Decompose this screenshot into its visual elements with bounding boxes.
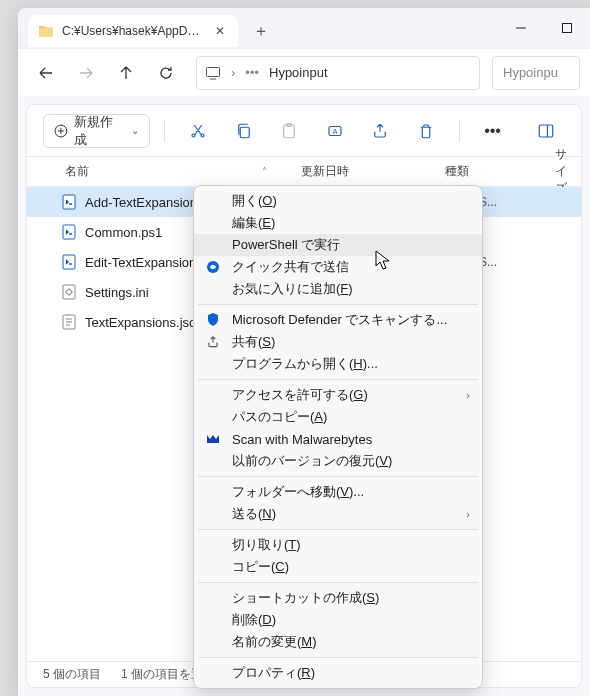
ctx-cut[interactable]: 切り取り(T)	[194, 534, 482, 556]
delete-button[interactable]	[407, 114, 445, 148]
refresh-button[interactable]	[148, 55, 184, 91]
svg-rect-12	[63, 285, 75, 299]
ctx-move-to-folder[interactable]: フォルダーへ移動(V)...	[194, 481, 482, 503]
separator	[198, 379, 478, 380]
paste-button[interactable]	[270, 114, 308, 148]
ctx-edit[interactable]: 編集(E)	[194, 212, 482, 234]
maximize-button[interactable]	[544, 8, 590, 48]
rename-button[interactable]: A	[316, 114, 354, 148]
divider	[164, 120, 165, 142]
ctx-quick-share[interactable]: クイック共有で送信	[194, 256, 482, 278]
forward-button[interactable]	[68, 55, 104, 91]
tab-active[interactable]: C:¥Users¥hasek¥AppData¥Roa ✕	[28, 15, 238, 47]
header-date[interactable]: 更新日時	[289, 163, 433, 180]
context-menu: 開く(O) 編集(E) PowerShell で実行 クイック共有で送信 お気に…	[193, 185, 483, 689]
sort-indicator-icon: ˄	[262, 166, 267, 177]
ctx-create-shortcut[interactable]: ショートカットの作成(S)	[194, 587, 482, 609]
monitor-icon	[205, 65, 221, 81]
toolbar: 新規作成 ⌄ A •••	[27, 105, 581, 157]
ctx-properties[interactable]: プロパティ(R)	[194, 662, 482, 684]
ctx-open[interactable]: 開く(O)	[194, 190, 482, 212]
chevron-right-icon: ›	[231, 65, 235, 80]
search-box[interactable]: Hypoinpu	[492, 56, 580, 90]
column-headers: 名前˄ 更新日時 種類 サイズ	[27, 157, 581, 187]
chevron-right-icon: ›	[466, 508, 470, 520]
ctx-grant-access[interactable]: アクセスを許可する(G)›	[194, 384, 482, 406]
back-button[interactable]	[28, 55, 64, 91]
ps1-file-icon	[61, 194, 77, 210]
ctx-delete[interactable]: 削除(D)	[194, 609, 482, 631]
navigation-bar: › ••• Hypoinput Hypoinpu	[18, 48, 590, 96]
ini-file-icon	[61, 284, 77, 300]
ellipsis-icon[interactable]: •••	[245, 65, 259, 80]
separator	[198, 657, 478, 658]
quick-share-icon	[204, 258, 222, 276]
separator	[198, 582, 478, 583]
svg-rect-8	[539, 125, 553, 137]
svg-rect-1	[207, 67, 220, 76]
svg-rect-3	[240, 127, 249, 138]
plus-circle-icon	[54, 124, 68, 138]
minimize-button[interactable]	[498, 8, 544, 48]
ctx-open-with[interactable]: プログラムから開く(H)...	[194, 353, 482, 375]
malwarebytes-icon	[204, 430, 222, 448]
new-tab-button[interactable]: ＋	[244, 15, 278, 47]
cut-button[interactable]	[179, 114, 217, 148]
share-button[interactable]	[362, 114, 400, 148]
divider	[459, 120, 460, 142]
svg-text:A: A	[332, 127, 337, 136]
copy-button[interactable]	[225, 114, 263, 148]
svg-rect-0	[563, 24, 572, 33]
folder-icon	[38, 23, 54, 39]
separator	[198, 304, 478, 305]
ctx-share[interactable]: 共有(S)	[194, 331, 482, 353]
ctx-copy[interactable]: コピー(C)	[194, 556, 482, 578]
separator	[198, 476, 478, 477]
ctx-rename[interactable]: 名前の変更(M)	[194, 631, 482, 653]
shield-icon	[204, 311, 222, 329]
ps1-file-icon	[61, 224, 77, 240]
close-tab-icon[interactable]: ✕	[212, 24, 228, 38]
header-name[interactable]: 名前˄	[27, 163, 289, 180]
separator	[198, 529, 478, 530]
title-bar: C:¥Users¥hasek¥AppData¥Roa ✕ ＋	[18, 8, 590, 48]
window-controls	[498, 8, 590, 48]
details-pane-button[interactable]	[527, 114, 565, 148]
tab-title: C:¥Users¥hasek¥AppData¥Roa	[62, 24, 204, 38]
more-button[interactable]: •••	[474, 114, 512, 148]
up-button[interactable]	[108, 55, 144, 91]
ps1-file-icon	[61, 254, 77, 270]
ctx-run-powershell[interactable]: PowerShell で実行	[194, 234, 482, 256]
ctx-restore-version[interactable]: 以前のバージョンの復元(V)	[194, 450, 482, 472]
json-file-icon	[61, 314, 77, 330]
ctx-scan-malwarebytes[interactable]: Scan with Malwarebytes	[194, 428, 482, 450]
share-icon	[204, 333, 222, 351]
chevron-right-icon: ›	[466, 389, 470, 401]
ctx-defender-scan[interactable]: Microsoft Defender でスキャンする...	[194, 309, 482, 331]
ctx-send-to[interactable]: 送る(N)›	[194, 503, 482, 525]
header-type[interactable]: 種類	[433, 163, 543, 180]
address-bar[interactable]: › ••• Hypoinput	[196, 56, 480, 90]
address-segment[interactable]: Hypoinput	[269, 65, 328, 80]
ctx-add-favorite[interactable]: お気に入りに追加(F)	[194, 278, 482, 300]
new-button[interactable]: 新規作成 ⌄	[43, 114, 150, 148]
ctx-copy-path[interactable]: パスのコピー(A)	[194, 406, 482, 428]
chevron-down-icon: ⌄	[131, 125, 139, 136]
item-count: 5 個の項目	[43, 666, 101, 683]
